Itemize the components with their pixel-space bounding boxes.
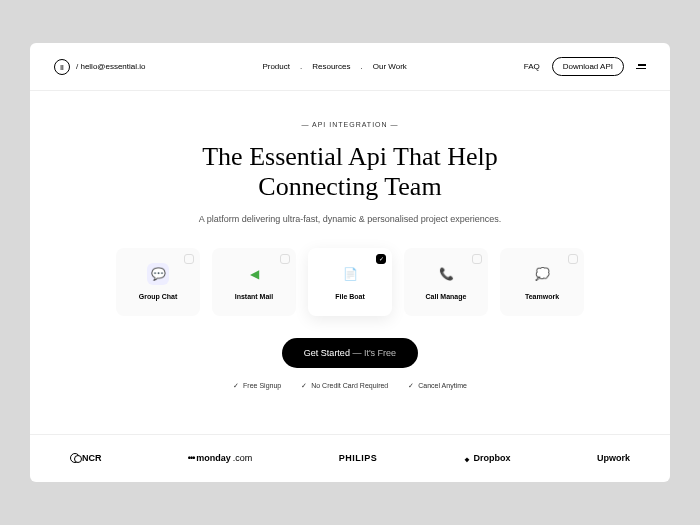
eyebrow: — API INTEGRATION — (70, 121, 630, 128)
nav-our-work[interactable]: Our Work (373, 62, 407, 71)
card-call-manage[interactable]: 📞 Call Manage (404, 248, 488, 316)
hero: — API INTEGRATION — The Essential Api Th… (30, 91, 670, 410)
benefits: Free Signup No Credit Card Required Canc… (70, 382, 630, 390)
subhead: A platform delivering ultra-fast, dynami… (70, 214, 630, 224)
card-file-boat[interactable]: 📄 File Boat (308, 248, 392, 316)
logo-philips: PHILIPS (339, 453, 378, 463)
logo[interactable]: || / hello@essential.io (54, 59, 146, 75)
logo-upwork: Upwork (597, 453, 630, 463)
card-teamwork[interactable]: 💭 Teamwork (500, 248, 584, 316)
phone-icon: 📞 (435, 263, 457, 285)
checkbox-icon (376, 254, 386, 264)
card-instant-mail[interactable]: ◀ Instant Mail (212, 248, 296, 316)
contact-email: / hello@essential.io (76, 62, 146, 71)
card-group-chat[interactable]: 💬 Group Chat (116, 248, 200, 316)
header: || / hello@essential.io Product . Resour… (30, 43, 670, 91)
menu-icon[interactable] (636, 64, 646, 69)
download-api-button[interactable]: Download API (552, 57, 624, 76)
logo-monday: monday.com (188, 453, 252, 463)
nav-right: FAQ Download API (524, 57, 646, 76)
chat-icon: 💬 (147, 263, 169, 285)
main-nav: Product . Resources . Our Work (146, 62, 524, 71)
benefit-item: Cancel Anytime (408, 382, 467, 390)
file-icon: 📄 (339, 263, 361, 285)
checkbox-icon (568, 254, 578, 264)
faq-link[interactable]: FAQ (524, 62, 540, 71)
benefit-item: No Credit Card Required (301, 382, 388, 390)
checkbox-icon (280, 254, 290, 264)
benefit-item: Free Signup (233, 382, 281, 390)
mail-icon: ◀ (243, 263, 265, 285)
checkbox-icon (184, 254, 194, 264)
feature-cards: 💬 Group Chat ◀ Instant Mail 📄 File Boat … (70, 248, 630, 316)
nav-resources[interactable]: Resources (312, 62, 350, 71)
logo-icon: || (54, 59, 70, 75)
get-started-button[interactable]: Get Started — It's Free (282, 338, 418, 368)
partner-logos: NCR monday.com PHILIPS Dropbox Upwork (30, 434, 670, 482)
logo-ncr: NCR (70, 453, 102, 463)
team-icon: 💭 (531, 263, 553, 285)
logo-dropbox: Dropbox (464, 453, 511, 464)
checkbox-icon (472, 254, 482, 264)
headline: The Essential Api That Help Connecting T… (70, 142, 630, 202)
nav-product[interactable]: Product (262, 62, 290, 71)
